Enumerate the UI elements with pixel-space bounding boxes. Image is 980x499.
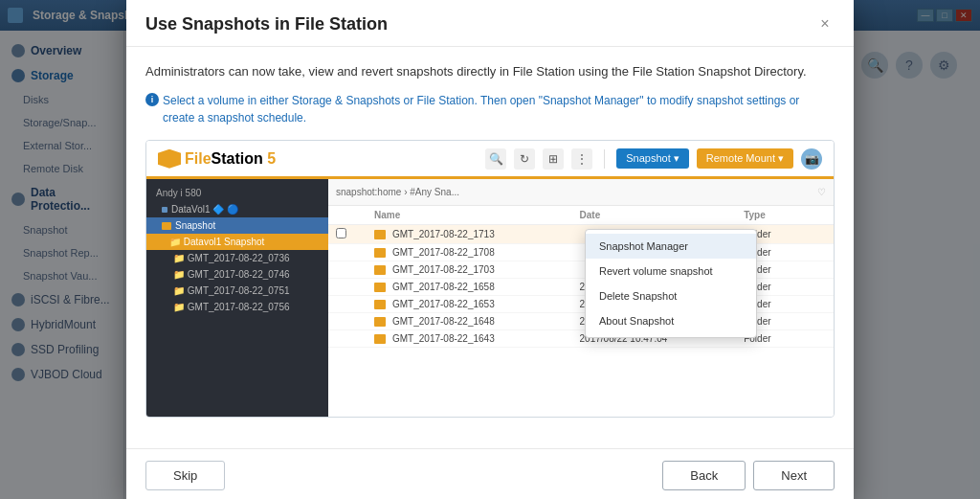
file-row-1[interactable]: GMT_2017-08-22_1708 Folder <box>328 244 834 261</box>
folder-icon-0 <box>374 230 386 239</box>
file-row-4[interactable]: GMT_2017-08-22_1653 2017/08/22 10:47:04 … <box>328 296 834 313</box>
filestation-logo-text: FileStation 5 <box>185 150 276 168</box>
dropdown-delete-snapshot[interactable]: Delete Snapshot <box>586 284 756 308</box>
modal-body: Administrators can now take, view and re… <box>126 47 854 449</box>
next-button[interactable]: Next <box>753 461 835 490</box>
col-date-header: Date <box>580 210 745 220</box>
search-icon-fs[interactable]: 🔍 <box>485 148 506 170</box>
ss-sidebar-gmt-3[interactable]: 📁 GMT_2017-08-22_0751 <box>146 283 328 299</box>
screenshot-area: FileStation 5 🔍 ↻ ⊞ ⋮ Snapshot ▾ Remote … <box>145 140 835 418</box>
modal-description: Administrators can now take, view and re… <box>145 62 835 81</box>
modal-header: Use Snapshots in File Station × <box>126 0 854 47</box>
folder-icon-3 <box>374 283 386 292</box>
filestation-content: Andy i 580 DataVol1 🔷 🔵 Snapshot 📁 Datav… <box>146 179 834 418</box>
datavol1-icon <box>162 207 167 213</box>
filter-icon-fs[interactable]: ⊞ <box>543 148 564 170</box>
ss-sidebar-datavol1-snapshot[interactable]: 📁 Datavol1 Snapshot <box>146 234 328 250</box>
filestation-topbar: FileStation 5 🔍 ↻ ⊞ ⋮ Snapshot ▾ Remote … <box>146 141 834 179</box>
filestation-logo-icon <box>158 149 181 169</box>
ss-sidebar-gmt-4[interactable]: 📁 GMT_2017-08-22_0756 <box>146 299 328 315</box>
ss-sidebar-gmt-1[interactable]: 📁 GMT_2017-08-22_0736 <box>146 250 328 266</box>
filestation-breadcrumb: snapshot:home › #Any Sna... ♡ <box>328 179 834 206</box>
filestation-toolbar-right: 🔍 ↻ ⊞ ⋮ Snapshot ▾ Remote Mount ▾ 📷 <box>485 148 822 170</box>
refresh-icon-fs[interactable]: ↻ <box>514 148 535 170</box>
modal-link-line[interactable]: i Select a volume in either Storage & Sn… <box>145 92 835 126</box>
modal-footer: Skip Back Next <box>126 448 854 499</box>
file-row-6[interactable]: GMT_2017-08-22_1643 2017/08/22 10:47:04 … <box>328 330 834 348</box>
footer-right: Back Next <box>662 461 835 490</box>
ss-sidebar-snapshot[interactable]: Snapshot <box>146 217 328 234</box>
folder-icon-5 <box>374 317 386 327</box>
filestation-sidebar: Andy i 580 DataVol1 🔷 🔵 Snapshot 📁 Datav… <box>146 179 328 418</box>
folder-icon-1 <box>374 248 386 258</box>
ss-sidebar-datavol1[interactable]: DataVol1 🔷 🔵 <box>146 201 328 217</box>
more-icon-fs[interactable]: ⋮ <box>571 148 592 170</box>
dropdown-snapshot-manager[interactable]: Snapshot Manager <box>586 234 756 259</box>
filestation-file-header: Name Date Type <box>328 206 834 225</box>
info-icon: i <box>145 93 159 106</box>
filestation-logo: FileStation 5 <box>158 149 276 169</box>
filestation-main: snapshot:home › #Any Sna... ♡ Name Date … <box>328 179 834 418</box>
snapshot-dropdown: Snapshot Manager Revert volume snapshot … <box>585 229 757 338</box>
skip-button[interactable]: Skip <box>145 461 225 490</box>
close-button[interactable]: × <box>815 14 835 34</box>
remote-mount-button[interactable]: Remote Mount ▾ <box>697 148 793 169</box>
modal-link-text: Select a volume in either Storage & Snap… <box>163 92 835 126</box>
folder-icon-2 <box>374 265 386 275</box>
snapshot-folder-icon <box>162 222 171 230</box>
back-button[interactable]: Back <box>662 461 746 490</box>
ss-sidebar-gmt-2[interactable]: 📁 GMT_2017-08-22_0746 <box>146 266 328 283</box>
dropdown-revert-volume[interactable]: Revert volume snapshot <box>586 259 756 284</box>
folder-icon-6 <box>374 334 386 344</box>
modal-dialog: Use Snapshots in File Station × Administ… <box>126 0 854 499</box>
file-row-3[interactable]: GMT_2017-08-22_1658 2017/08/22 10:47:04 … <box>328 279 834 296</box>
ss-sidebar-header: Andy i 580 <box>146 185 328 201</box>
file-row-0[interactable]: GMT_2017-08-22_1713 Folder <box>328 225 834 244</box>
col-name-header: Name <box>374 210 580 220</box>
file-row-2[interactable]: GMT_2017-08-22_1703 Folder <box>328 261 834 279</box>
col-type-header: Type <box>744 210 826 220</box>
snapshot-button[interactable]: Snapshot ▾ <box>616 148 689 169</box>
file-row-5[interactable]: GMT_2017-08-22_1648 2017/08/22 10:47:04 … <box>328 313 834 330</box>
modal-overlay: Use Snapshots in File Station × Administ… <box>0 0 980 499</box>
dropdown-about-snapshot[interactable]: About Snapshot <box>586 308 756 333</box>
folder-icon-4 <box>374 300 386 309</box>
extra-icon-fs[interactable]: 📷 <box>801 148 822 170</box>
modal-title: Use Snapshots in File Station <box>145 14 388 34</box>
